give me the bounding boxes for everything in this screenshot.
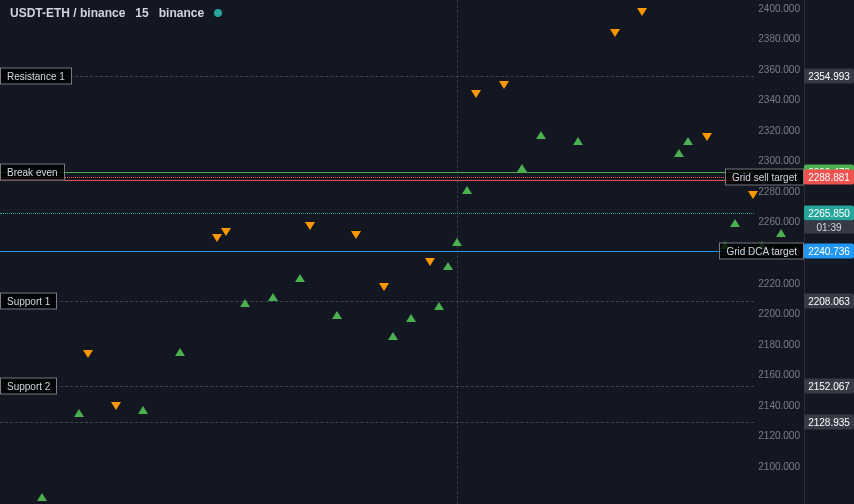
sell-arrow-icon: [111, 402, 121, 410]
buy-arrow-icon: [268, 293, 278, 301]
price-tag: 2128.935: [804, 414, 854, 429]
buy-arrow-icon: [74, 409, 84, 417]
buy-arrow-icon: [175, 348, 185, 356]
symbol-label[interactable]: USDT-ETH / binance: [10, 6, 125, 20]
buy-arrow-icon: [452, 238, 462, 246]
yaxis-tick: 2360.000: [754, 63, 804, 74]
zone-label: Resistance 1: [0, 68, 72, 85]
sell-arrow-icon: [425, 258, 435, 266]
status-dot-icon: [214, 9, 222, 17]
exchange-label: binance: [159, 6, 204, 20]
yaxis-tick: 2260.000: [754, 216, 804, 227]
sell-arrow-icon: [379, 283, 389, 291]
yaxis-tick: 2200.000: [754, 308, 804, 319]
sell-arrow-icon: [637, 8, 647, 16]
buy-arrow-icon: [443, 262, 453, 270]
buy-arrow-icon: [240, 299, 250, 307]
buy-arrow-icon: [406, 314, 416, 322]
sell-arrow-icon: [471, 90, 481, 98]
yaxis-tick: 2380.000: [754, 33, 804, 44]
yaxis-tick: 2400.000: [754, 2, 804, 13]
grid-target-label: Grid DCA target: [719, 242, 804, 259]
sell-arrow-icon: [499, 81, 509, 89]
sell-arrow-icon: [351, 231, 361, 239]
buy-arrow-icon: [674, 149, 684, 157]
buy-arrow-icon: [295, 274, 305, 282]
yaxis-tick: 2280.000: [754, 185, 804, 196]
price-tag: 2265.850: [804, 205, 854, 220]
sell-arrow-icon: [748, 191, 758, 199]
yaxis-tick: 2100.000: [754, 460, 804, 471]
buy-arrow-icon: [37, 493, 47, 501]
price-tag: 2240.736: [804, 243, 854, 258]
price-tag: 2152.067: [804, 379, 854, 394]
buy-arrow-icon: [462, 186, 472, 194]
yaxis-tick: 2140.000: [754, 399, 804, 410]
yaxis-tick: 2120.000: [754, 430, 804, 441]
sell-arrow-icon: [83, 350, 93, 358]
buy-arrow-icon: [776, 229, 786, 237]
zone-label: Support 1: [0, 292, 57, 309]
buy-arrow-icon: [434, 302, 444, 310]
sell-arrow-icon: [221, 228, 231, 236]
zone-label: Break even: [0, 163, 65, 180]
yaxis-tick: 2180.000: [754, 338, 804, 349]
zone-label: Support 2: [0, 378, 57, 395]
grid-target-label: Grid sell target: [725, 169, 804, 186]
yaxis-tick: 2320.000: [754, 124, 804, 135]
bar-countdown: 01:39: [804, 220, 854, 233]
yaxis-tick: 2160.000: [754, 369, 804, 380]
buy-arrow-icon: [683, 137, 693, 145]
buy-arrow-icon: [730, 219, 740, 227]
buy-arrow-icon: [573, 137, 583, 145]
chart-header: USDT-ETH / binance 15 binance: [10, 6, 222, 20]
interval-label[interactable]: 15: [135, 6, 148, 20]
buy-arrow-icon: [388, 332, 398, 340]
price-tag: 2208.063: [804, 293, 854, 308]
yaxis-tick: 2300.000: [754, 155, 804, 166]
buy-arrow-icon: [536, 131, 546, 139]
chart-plot-area[interactable]: Resistance 1Break evenSupport 1Support 2: [0, 0, 804, 504]
price-tag: 2354.993: [804, 69, 854, 84]
sell-arrow-icon: [305, 222, 315, 230]
buy-arrow-icon: [138, 406, 148, 414]
buy-arrow-icon: [332, 311, 342, 319]
buy-arrow-icon: [517, 164, 527, 172]
price-tag: 2288.881: [804, 170, 854, 185]
sell-arrow-icon: [702, 133, 712, 141]
yaxis-tick: 2220.000: [754, 277, 804, 288]
yaxis-tick: 2340.000: [754, 94, 804, 105]
sell-arrow-icon: [610, 29, 620, 37]
